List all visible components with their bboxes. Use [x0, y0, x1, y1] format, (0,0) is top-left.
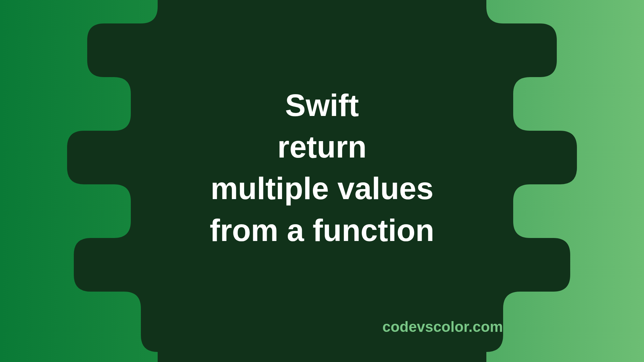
watermark-text: codevscolor.com	[382, 318, 503, 335]
title-text: Swift return multiple values from a func…	[210, 84, 434, 251]
